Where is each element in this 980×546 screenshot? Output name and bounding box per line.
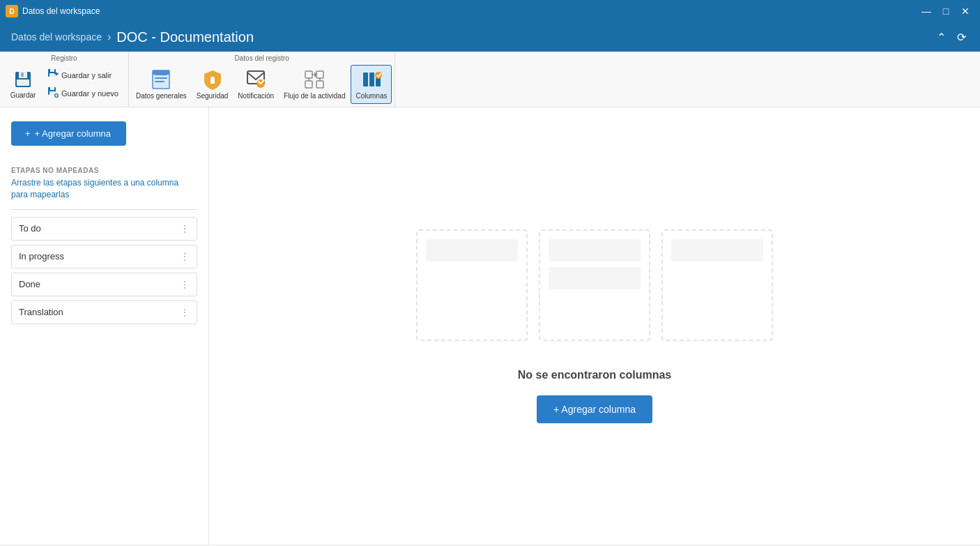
refresh-button[interactable]: ⟳ (954, 28, 969, 47)
guardar-y-salir-icon (47, 68, 59, 82)
breadcrumb-bar: Datos del workspace › DOC - Documentatio… (0, 22, 980, 52)
seguridad-icon (201, 68, 224, 91)
col-placeholder-2 (539, 229, 650, 341)
add-column-button[interactable]: + + Agregar columna (11, 121, 126, 146)
ribbon: Registro Guardar (0, 52, 980, 107)
divider (11, 209, 197, 210)
svg-rect-5 (17, 79, 29, 86)
svg-rect-10 (50, 87, 54, 90)
stage-label: To do (19, 223, 180, 234)
col-card (549, 239, 641, 261)
stage-item[interactable]: To do ⋮ (11, 217, 197, 241)
drag-handle-icon[interactable]: ⋮ (180, 307, 190, 318)
datos-generales-label: Datos generales (136, 92, 187, 100)
flujo-actividad-icon (303, 68, 326, 91)
columns-placeholder (411, 229, 779, 341)
col-card (426, 239, 518, 261)
add-column-plus-icon: + (25, 128, 31, 139)
seguridad-label: Seguridad (197, 92, 229, 100)
window-controls: — □ ✕ (917, 2, 974, 20)
svg-text:D: D (9, 8, 14, 15)
stage-item[interactable]: In progress ⋮ (11, 245, 197, 268)
datos-generales-icon (150, 68, 172, 91)
guardar-y-nuevo-label: Guardar y nuevo (61, 89, 118, 98)
unmapped-section: ETAPAS NO MAPEADAS Arrastre las etapas s… (11, 167, 197, 324)
breadcrumb-actions: ⌃ ⟳ (934, 28, 969, 47)
svg-rect-7 (50, 69, 54, 72)
col-placeholder-1 (416, 229, 528, 341)
unmapped-desc: Arrastre las etapas siguientes a una col… (11, 177, 197, 201)
ribbon-group-registro: Registro Guardar (0, 52, 129, 107)
svg-rect-27 (363, 73, 368, 86)
guardar-button[interactable]: Guardar (6, 66, 40, 103)
datos-generales-button[interactable]: Datos generales (132, 66, 191, 103)
add-column-label: + Agregar columna (35, 128, 111, 139)
notificacion-button[interactable]: Notificación (233, 66, 278, 103)
notificacion-icon (245, 68, 267, 91)
drag-handle-icon[interactable]: ⋮ (180, 251, 190, 262)
guardar-y-nuevo-button[interactable]: Guardar y nuevo (43, 85, 123, 102)
svg-rect-26 (316, 81, 323, 88)
drag-handle-icon[interactable]: ⋮ (180, 279, 190, 290)
svg-rect-25 (305, 81, 312, 88)
stages-list: To do ⋮ In progress ⋮ Done ⋮ Translation… (11, 217, 197, 324)
flujo-actividad-label: Flujo de la actividad (284, 92, 345, 100)
columnas-button[interactable]: Columnas (351, 65, 392, 104)
svg-rect-18 (153, 70, 169, 75)
title-bar: D Datos del workspace — □ ✕ (0, 0, 980, 22)
svg-rect-16 (155, 77, 167, 79)
add-column-center-button[interactable]: + Agregar columna (537, 395, 652, 423)
unmapped-label: ETAPAS NO MAPEADAS (11, 167, 197, 174)
svg-rect-23 (305, 71, 312, 78)
maximize-button[interactable]: □ (937, 2, 955, 20)
seguridad-button[interactable]: Seguridad (192, 66, 233, 103)
left-panel: + + Agregar columna ETAPAS NO MAPEADAS A… (0, 107, 209, 545)
drag-handle-icon[interactable]: ⋮ (180, 223, 190, 234)
columnas-icon (360, 68, 383, 91)
app-icon: D (6, 5, 18, 17)
guardar-y-salir-button[interactable]: Guardar y salir (43, 67, 123, 84)
svg-rect-24 (316, 71, 323, 78)
window-title: Datos del workspace (22, 6, 917, 16)
right-panel: No se encontraron columnas + Agregar col… (209, 107, 980, 545)
col-card (671, 239, 763, 261)
stage-item[interactable]: Done ⋮ (11, 273, 197, 296)
breadcrumb-separator: › (107, 31, 111, 43)
stage-label: In progress (19, 251, 180, 261)
collapse-button[interactable]: ⌃ (934, 28, 949, 47)
svg-rect-17 (155, 81, 164, 82)
guardar-label: Guardar (10, 91, 36, 100)
unmapped-desc-link: mapearlas (30, 190, 69, 199)
save-icon (13, 69, 33, 90)
col-card (549, 267, 641, 289)
stage-label: Done (19, 279, 180, 289)
datos-registro-content: Datos generales Seguridad (129, 65, 395, 104)
registro-content: Guardar Guardar y salir (6, 65, 123, 104)
minimize-button[interactable]: — (917, 2, 935, 20)
notificacion-label: Notificación (238, 92, 274, 100)
add-column-center-label: + Agregar columna (553, 404, 636, 415)
stage-item[interactable]: Translation ⋮ (11, 301, 197, 324)
no-columns-message: No se encontraron columnas (518, 369, 672, 381)
registro-label: Registro (51, 54, 77, 62)
datos-registro-label: Datos del registro (229, 54, 295, 62)
columnas-label: Columnas (355, 92, 387, 100)
stage-label: Translation (19, 307, 180, 317)
main-content: + + Agregar columna ETAPAS NO MAPEADAS A… (0, 107, 980, 545)
svg-rect-4 (21, 73, 24, 77)
svg-rect-28 (369, 73, 374, 86)
close-button[interactable]: ✕ (956, 2, 974, 20)
col-placeholder-3 (661, 229, 773, 341)
breadcrumb-parent[interactable]: Datos del workspace (11, 31, 102, 43)
guardar-y-salir-label: Guardar y salir (61, 71, 112, 79)
svg-rect-20 (210, 80, 215, 84)
flujo-actividad-button[interactable]: Flujo de la actividad (280, 66, 349, 103)
svg-point-30 (375, 72, 382, 79)
breadcrumb-current: DOC - Documentation (116, 29, 254, 45)
ribbon-group-datos-registro: Datos del registro Datos generales (129, 52, 396, 107)
guardar-y-nuevo-icon (47, 86, 59, 100)
guardar-options: Guardar y salir Guardar y nuevo (43, 67, 123, 102)
